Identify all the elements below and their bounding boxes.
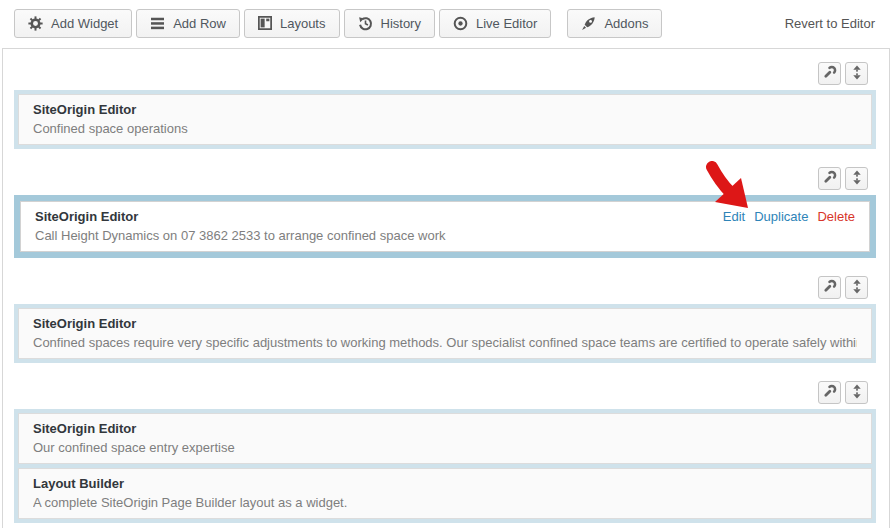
widget-title: SiteOrigin Editor (33, 419, 857, 438)
page-builder-canvas: SiteOrigin Editor Confined space operati… (2, 48, 890, 528)
live-editor-label: Live Editor (476, 16, 537, 31)
vertical-resize-icon (851, 170, 863, 188)
revert-to-editor-link[interactable]: Revert to Editor (785, 16, 875, 31)
vertical-resize-icon (851, 279, 863, 297)
rocket-icon (581, 16, 596, 31)
live-editor-button[interactable]: Live Editor (439, 9, 551, 38)
history-icon (358, 16, 373, 31)
widget-siteorigin-editor[interactable]: SiteOrigin Editor Edit Duplicate Delete … (20, 201, 870, 252)
history-label: History (381, 16, 421, 31)
addons-label: Addons (604, 16, 648, 31)
widget-siteorigin-editor[interactable]: SiteOrigin Editor Confined spaces requir… (18, 308, 872, 359)
row-settings-button[interactable] (818, 167, 841, 190)
row-resize-button[interactable] (845, 276, 868, 299)
widget-duplicate-link[interactable]: Duplicate (754, 209, 808, 224)
wrench-icon (823, 279, 837, 296)
widget-description: Call Height Dynamics on 07 3862 2533 to … (35, 226, 855, 245)
layouts-label: Layouts (280, 16, 326, 31)
widget-title: SiteOrigin Editor (33, 100, 857, 119)
widget-description: Our confined space entry expertise (33, 438, 857, 457)
gear-icon (28, 16, 43, 31)
row-actions (3, 381, 889, 404)
widget-title: SiteOrigin Editor (35, 207, 138, 226)
row-cell: SiteOrigin Editor Confined spaces requir… (14, 304, 876, 363)
widget-delete-link[interactable]: Delete (817, 209, 855, 224)
widget-description: Confined space operations (33, 119, 857, 138)
row-settings-button[interactable] (818, 62, 841, 85)
add-widget-button[interactable]: Add Widget (14, 9, 132, 38)
layouts-button[interactable]: Layouts (244, 9, 340, 38)
widget-edit-link[interactable]: Edit (723, 209, 745, 224)
widget-actions: Edit Duplicate Delete (723, 209, 855, 224)
builder-row-2: SiteOrigin Editor Edit Duplicate Delete … (3, 167, 889, 258)
row-actions (3, 167, 889, 190)
row-actions (3, 276, 889, 299)
add-row-label: Add Row (173, 16, 226, 31)
builder-row-1: SiteOrigin Editor Confined space operati… (3, 62, 889, 149)
row-resize-button[interactable] (845, 167, 868, 190)
wrench-icon (823, 65, 837, 82)
widget-siteorigin-editor[interactable]: SiteOrigin Editor Confined space operati… (18, 94, 872, 145)
builder-row-4: SiteOrigin Editor Our confined space ent… (3, 381, 889, 523)
row-cell: SiteOrigin Editor Confined space operati… (14, 90, 876, 149)
add-widget-label: Add Widget (51, 16, 118, 31)
wrench-icon (823, 170, 837, 187)
vertical-resize-icon (851, 384, 863, 402)
layouts-icon (258, 16, 272, 30)
widget-description: A complete SiteOrigin Page Builder layou… (33, 493, 857, 512)
addons-button[interactable]: Addons (567, 9, 662, 38)
vertical-resize-icon (851, 65, 863, 83)
widget-title: SiteOrigin Editor (33, 314, 857, 333)
row-settings-button[interactable] (818, 381, 841, 404)
add-row-icon (150, 17, 165, 30)
widget-siteorigin-editor[interactable]: SiteOrigin Editor Our confined space ent… (18, 413, 872, 464)
add-row-button[interactable]: Add Row (136, 9, 240, 38)
widget-description: Confined spaces require very specific ad… (33, 333, 857, 352)
row-resize-button[interactable] (845, 381, 868, 404)
widget-layout-builder[interactable]: Layout Builder A complete SiteOrigin Pag… (18, 468, 872, 519)
row-cell: SiteOrigin Editor Our confined space ent… (14, 409, 876, 523)
page-builder-toolbar: Add Widget Add Row Layouts (14, 8, 875, 38)
history-button[interactable]: History (344, 9, 435, 38)
builder-row-3: SiteOrigin Editor Confined spaces requir… (3, 276, 889, 363)
row-resize-button[interactable] (845, 62, 868, 85)
live-editor-icon (453, 16, 468, 31)
wrench-icon (823, 384, 837, 401)
row-actions (3, 62, 889, 85)
row-cell: SiteOrigin Editor Edit Duplicate Delete … (14, 195, 876, 258)
row-settings-button[interactable] (818, 276, 841, 299)
widget-title: Layout Builder (33, 474, 857, 493)
